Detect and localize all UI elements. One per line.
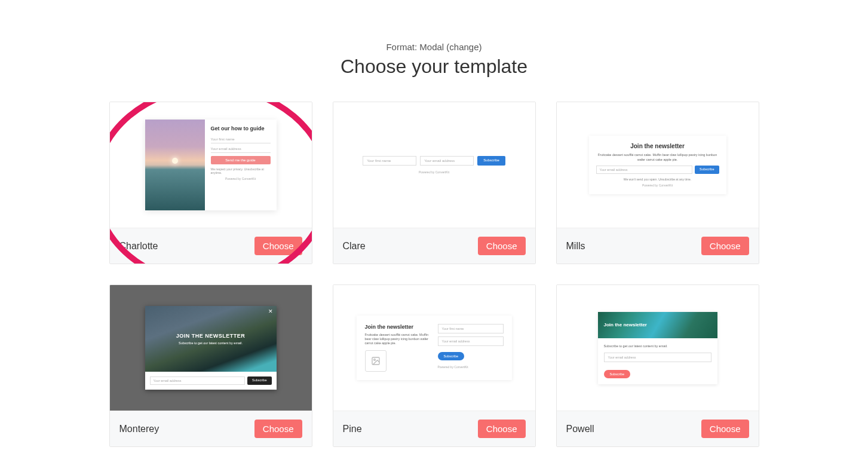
choose-button[interactable]: Choose (478, 420, 526, 438)
preview-hero-image (145, 120, 205, 210)
preview-field: Your email address (211, 145, 271, 153)
template-card-powell[interactable]: Join the newsletter Subscribe to get our… (556, 284, 759, 447)
preview-heading: Join the newsletter (365, 324, 430, 330)
format-value: Modal (419, 42, 444, 52)
template-preview: Join the newsletter Subscribe to get our… (557, 285, 759, 411)
template-card-monterey[interactable]: ✕ JOIN THE NEWSLETTER Subscribe to get o… (109, 284, 312, 447)
preview-field: Your email address (150, 376, 246, 385)
preview-desc: Fruitcake dessert soufflé carrot cake. M… (596, 153, 719, 161)
page-title: Choose your template (0, 56, 868, 78)
preview-field: Your email address (604, 353, 711, 362)
format-change-link[interactable]: (change) (444, 42, 481, 52)
preview-sub: Subscribe to get our latest content by e… (604, 344, 711, 348)
template-preview: Join the newsletter Fruitcake dessert so… (333, 285, 535, 411)
preview-note: We won't send you spam. Unsubscribe at a… (596, 177, 719, 181)
template-name: Monterey (119, 424, 160, 434)
preview-hero-image: Join the newsletter (598, 312, 717, 338)
preview-field: Your first name (438, 324, 504, 333)
preview-field: Your first name (211, 136, 271, 143)
preview-field: Your first name (363, 156, 416, 166)
preview-submit: Subscribe (477, 156, 505, 166)
template-card-mills[interactable]: Join the newsletter Fruitcake dessert so… (556, 102, 759, 264)
choose-button[interactable]: Choose (701, 237, 749, 255)
preview-powered: Powered by ConvertKit (211, 177, 271, 180)
template-card-clare[interactable]: Your first name Your email address Subsc… (333, 102, 536, 264)
preview-submit: Subscribe (695, 166, 719, 174)
template-preview: ✕ JOIN THE NEWSLETTER Subscribe to get o… (110, 285, 312, 411)
template-grid: Get our how to guide Your first name You… (109, 102, 760, 447)
preview-privacy: We respect your privacy. Unsubscribe at … (211, 167, 271, 175)
preview-powered: Powered by ConvertKit (354, 170, 515, 174)
preview-submit: Subscribe (604, 370, 630, 378)
preview-heading: Get our how to guide (211, 125, 271, 132)
template-preview: Your first name Your email address Subsc… (333, 102, 535, 228)
template-name: Mills (566, 241, 585, 252)
choose-button[interactable]: Choose (478, 237, 526, 255)
template-card-charlotte[interactable]: Get our how to guide Your first name You… (109, 102, 312, 264)
preview-field: Your email address (596, 166, 693, 174)
svg-point-1 (373, 359, 375, 361)
template-preview: Get our how to guide Your first name You… (110, 102, 312, 228)
image-placeholder-icon (365, 350, 387, 372)
preview-submit: Subscribe (247, 376, 271, 385)
preview-powered: Powered by ConvertKit (438, 365, 504, 369)
template-name: Charlotte (119, 241, 158, 252)
choose-button[interactable]: Choose (254, 420, 302, 438)
template-name: Pine (343, 424, 362, 434)
preview-submit: Subscribe (438, 352, 464, 360)
choose-button[interactable]: Choose (254, 237, 302, 255)
preview-hero-image: ✕ JOIN THE NEWSLETTER Subscribe to get o… (145, 306, 277, 372)
preview-heading: Join the newsletter (596, 143, 719, 149)
format-line: Format: Modal (change) (0, 42, 868, 52)
choose-button[interactable]: Choose (701, 420, 749, 438)
preview-field: Your email address (438, 336, 504, 346)
preview-submit: Send me the guide (211, 156, 271, 164)
preview-heading: JOIN THE NEWSLETTER (176, 333, 246, 339)
template-name: Clare (343, 241, 366, 252)
close-icon: ✕ (268, 308, 273, 314)
format-prefix: Format: (386, 42, 419, 52)
template-preview: Join the newsletter Fruitcake dessert so… (557, 102, 759, 228)
template-card-pine[interactable]: Join the newsletter Fruitcake dessert so… (333, 284, 536, 447)
preview-field: Your email address (420, 156, 474, 166)
preview-powered: Powered by ConvertKit (596, 183, 719, 187)
template-name: Powell (566, 424, 594, 434)
preview-desc: Fruitcake dessert soufflé carrot cake. M… (365, 333, 430, 345)
preview-sub: Subscribe to get our latest content by e… (179, 341, 243, 345)
preview-heading: Join the newsletter (604, 322, 647, 327)
